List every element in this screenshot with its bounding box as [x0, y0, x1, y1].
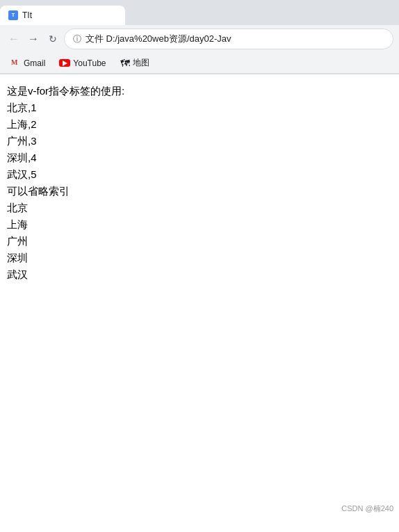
back-button[interactable]: ←: [6, 31, 22, 47]
maps-icon: 🗺: [120, 58, 130, 69]
bookmark-gmail-label: Gmail: [24, 58, 45, 68]
address-bar-row: ← → ↻ ⓘ 文件 D:/java%20web资源/day02-Jav: [0, 25, 399, 53]
list-item: 北京,1: [7, 99, 392, 116]
address-bar[interactable]: ⓘ 文件 D:/java%20web资源/day02-Jav: [64, 29, 393, 49]
list-item: 武汉,5: [7, 166, 392, 183]
refresh-button[interactable]: ↻: [44, 31, 61, 47]
watermark-text: CSDN @楠240: [341, 504, 393, 513]
bookmark-youtube-label: YouTube: [73, 58, 106, 68]
items-no-index-list: 北京上海广州深圳武汉: [7, 200, 392, 283]
page-content: 这是v-for指令标签的使用: 北京,1上海,2广州,3深圳,4武汉,5 可以省…: [0, 74, 399, 519]
address-text: 文件 D:/java%20web资源/day02-Jav: [86, 33, 231, 45]
browser-chrome: T TIt ← → ↻ ⓘ 文件 D:/java%20web资源/day02-J…: [0, 0, 399, 74]
list-item: 广州,3: [7, 133, 392, 150]
bookmark-gmail[interactable]: M Gmail: [6, 57, 51, 70]
tab-bar: T TIt: [0, 0, 399, 25]
forward-button[interactable]: →: [25, 31, 42, 47]
list-item: 武汉: [7, 266, 392, 283]
list-item: 广州: [7, 233, 392, 250]
list-item: 北京: [7, 200, 392, 216]
bookmark-maps-label: 地图: [133, 57, 149, 69]
list-item: 上海: [7, 216, 392, 233]
bookmark-maps[interactable]: 🗺 地图: [115, 56, 155, 70]
bookmarks-bar: M Gmail YouTube 🗺 地图: [0, 53, 399, 74]
gmail-icon: M: [11, 58, 21, 68]
list-item: 上海,2: [7, 116, 392, 133]
omit-index-label: 可以省略索引: [7, 183, 392, 200]
items-with-index-list: 北京,1上海,2广州,3深圳,4武汉,5: [7, 99, 392, 183]
page-footer: CSDN @楠240: [341, 503, 393, 514]
active-tab[interactable]: T TIt: [0, 6, 125, 25]
list-item: 深圳: [7, 250, 392, 266]
lock-icon: ⓘ: [73, 33, 81, 45]
youtube-icon: [59, 59, 70, 67]
content-heading: 这是v-for指令标签的使用:: [7, 83, 392, 99]
bookmark-youtube[interactable]: YouTube: [54, 57, 111, 70]
youtube-play-icon: [63, 61, 67, 66]
tab-favicon: T: [8, 10, 18, 20]
list-item: 深圳,4: [7, 150, 392, 166]
tab-title: TIt: [22, 10, 32, 20]
